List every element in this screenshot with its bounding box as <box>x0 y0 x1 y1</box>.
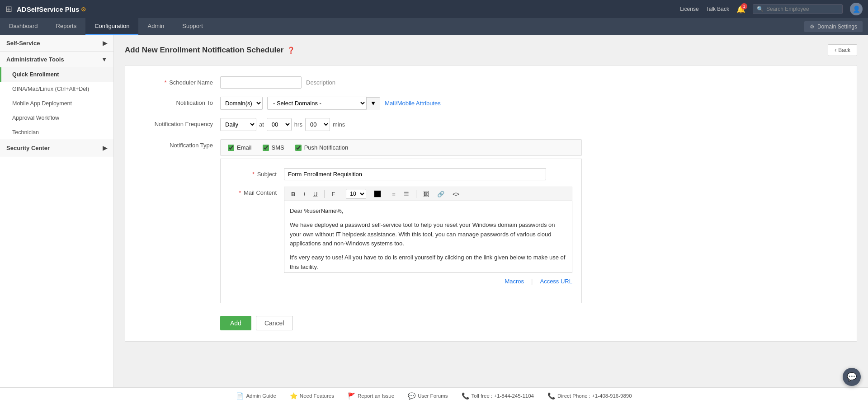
italic-button[interactable]: I <box>300 189 308 199</box>
nav-item-admin[interactable]: Admin <box>138 18 173 35</box>
notification-type-box: Email SMS Push Notification <box>220 139 582 156</box>
bold-button[interactable]: B <box>288 189 298 199</box>
email-form: * Subject * Mail Content <box>220 159 582 303</box>
sidebar-section-self-service: Self-Service ▶ <box>0 35 113 52</box>
align-button[interactable]: ≡ <box>389 189 399 199</box>
underline-button[interactable]: U <box>310 189 321 199</box>
form-buttons: Add Cancel <box>220 316 843 330</box>
list-button[interactable]: ☰ <box>401 189 412 199</box>
notification-frequency-row: Notification Frequency Daily Weekly Mont… <box>139 118 843 131</box>
main-layout: Self-Service ▶ Administrative Tools ▼ Qu… <box>0 35 868 387</box>
help-icon[interactable]: ❓ <box>287 47 295 54</box>
book-icon: 📄 <box>236 392 244 399</box>
notif-badge: 1 <box>741 3 747 9</box>
talk-back-link[interactable]: Talk Back <box>706 6 729 12</box>
sidebar-item-gina-mac-linux[interactable]: GINA/Mac/Linux (Ctrl+Alt+Del) <box>0 82 113 96</box>
scheduler-name-row: * Scheduler Name Description <box>139 76 843 89</box>
avatar[interactable]: 👤 <box>850 3 863 15</box>
code-button[interactable]: <> <box>449 189 462 199</box>
editor-toolbar: B I U F 10121416 <box>284 187 572 201</box>
chevron-right-icon2: ▶ <box>103 145 107 151</box>
editor-sep: | <box>531 278 533 285</box>
sidebar-item-mobile-app[interactable]: Mobile App Deployment <box>0 96 113 111</box>
frequency-select[interactable]: Daily Weekly Monthly <box>220 118 256 131</box>
sidebar-section-header-self-service[interactable]: Self-Service ▶ <box>0 35 113 51</box>
hours-select[interactable]: 00 <box>267 118 292 131</box>
toolbar-sep-1 <box>324 190 325 198</box>
nav-item-dashboard[interactable]: Dashboard <box>0 18 47 35</box>
email-checkbox[interactable] <box>228 145 234 151</box>
search-box: 🔍 <box>753 4 843 14</box>
need-features-link[interactable]: ⭐ Need Features <box>290 392 334 399</box>
mail-mobile-link[interactable]: Mail/Mobile Attributes <box>385 100 441 107</box>
frequency-row: Daily Weekly Monthly at 00 hrs 00 mins <box>220 118 345 131</box>
sidebar-item-technician[interactable]: Technician <box>0 125 113 140</box>
mail-content-editor-wrapper: B I U F 10121416 <box>284 187 572 287</box>
subject-input[interactable] <box>284 168 546 180</box>
top-bar: ⊞ ADSelfService Plus ⊙ License Talk Back… <box>0 0 868 18</box>
toolbar-sep-4 <box>385 190 385 198</box>
sidebar-section-admin-tools: Administrative Tools ▼ Quick Enrollment … <box>0 52 113 140</box>
link-button[interactable]: 🔗 <box>434 189 448 199</box>
domain-settings-button[interactable]: ⚙ Domain Settings <box>804 21 863 32</box>
mail-editor-wrapper: Dear %userName%, We have deployed a pass… <box>284 201 572 273</box>
push-checkbox-label[interactable]: Push Notification <box>295 144 349 151</box>
nav-item-reports[interactable]: Reports <box>47 18 86 35</box>
description-link[interactable]: Description <box>306 79 335 86</box>
nav-item-support[interactable]: Support <box>173 18 212 35</box>
toll-free-text: 📞 Toll free : +1-844-245-1104 <box>462 392 534 399</box>
top-bar-left: ⊞ ADSelfService Plus ⊙ <box>5 4 86 14</box>
phone-icon: 📞 <box>462 392 469 399</box>
notification-to-controls: Domain(s) - Select Domains - ▼ Mail/Mobi… <box>220 97 441 110</box>
search-input[interactable] <box>766 6 839 12</box>
report-issue-link[interactable]: 🚩 Report an Issue <box>348 392 394 399</box>
macros-link[interactable]: Macros <box>505 278 524 285</box>
domain-dropdown[interactable]: - Select Domains - <box>267 97 367 110</box>
domain-dropdown-button[interactable]: ▼ <box>367 97 380 109</box>
notification-to-select[interactable]: Domain(s) <box>220 97 263 110</box>
footer: 📄 Admin Guide ⭐ Need Features 🚩 Report a… <box>0 387 868 404</box>
notification-to-label: Notification To <box>139 97 220 106</box>
mail-editor[interactable]: Dear %userName%, We have deployed a pass… <box>284 201 572 273</box>
back-chevron-icon: ‹ <box>835 47 836 53</box>
page-header: Add New Enrollment Notification Schedule… <box>125 44 857 56</box>
form-card: * Scheduler Name Description Notificatio… <box>125 65 857 342</box>
cancel-button[interactable]: Cancel <box>256 316 293 330</box>
required-star: * <box>164 79 166 86</box>
image-button[interactable]: 🖼 <box>420 189 432 199</box>
logo-plus-icon: ⊙ <box>81 6 86 13</box>
toolbar-sep-2 <box>342 190 342 198</box>
sidebar-item-approval-workflow[interactable]: Approval Workflow <box>0 111 113 125</box>
hrs-label: hrs <box>294 121 302 128</box>
push-checkbox[interactable] <box>295 145 302 151</box>
user-forums-link[interactable]: 💬 User Forums <box>408 392 448 399</box>
scheduler-name-input[interactable] <box>220 76 302 89</box>
notification-button[interactable]: 🔔 1 <box>736 5 745 14</box>
mail-content-label: * Mail Content <box>230 187 284 196</box>
mins-select[interactable]: 00 <box>305 118 330 131</box>
editor-footer: Macros | Access URL <box>284 275 572 287</box>
content-area: Add New Enrollment Notification Schedule… <box>114 35 868 387</box>
chat-button[interactable]: 💬 <box>843 368 861 386</box>
logo-text: ADSelfService Plus <box>17 5 79 13</box>
color-swatch[interactable] <box>374 190 381 197</box>
sms-checkbox[interactable] <box>263 145 269 151</box>
at-label: at <box>259 121 264 128</box>
domain-select-wrapper: - Select Domains - ▼ <box>267 97 380 110</box>
notification-type-controls: Email SMS Push Notification <box>220 139 582 303</box>
email-checkbox-label[interactable]: Email <box>228 144 252 151</box>
font-button[interactable]: F <box>328 189 338 199</box>
access-url-link[interactable]: Access URL <box>540 278 572 285</box>
back-button[interactable]: ‹ Back <box>828 44 857 56</box>
nav-item-configuration[interactable]: Configuration <box>85 18 138 35</box>
add-button[interactable]: Add <box>220 316 251 330</box>
sms-checkbox-label[interactable]: SMS <box>263 144 284 151</box>
search-icon: 🔍 <box>757 6 764 12</box>
font-size-select[interactable]: 10121416 <box>346 189 366 199</box>
license-link[interactable]: License <box>680 6 698 12</box>
sidebar-section-header-admin-tools[interactable]: Administrative Tools ▼ <box>0 52 113 67</box>
admin-guide-link[interactable]: 📄 Admin Guide <box>236 392 276 399</box>
sidebar-item-quick-enrollment[interactable]: Quick Enrollment <box>0 67 113 82</box>
sidebar-section-header-security-center[interactable]: Security Center ▶ <box>0 140 113 156</box>
grid-icon[interactable]: ⊞ <box>5 4 12 14</box>
